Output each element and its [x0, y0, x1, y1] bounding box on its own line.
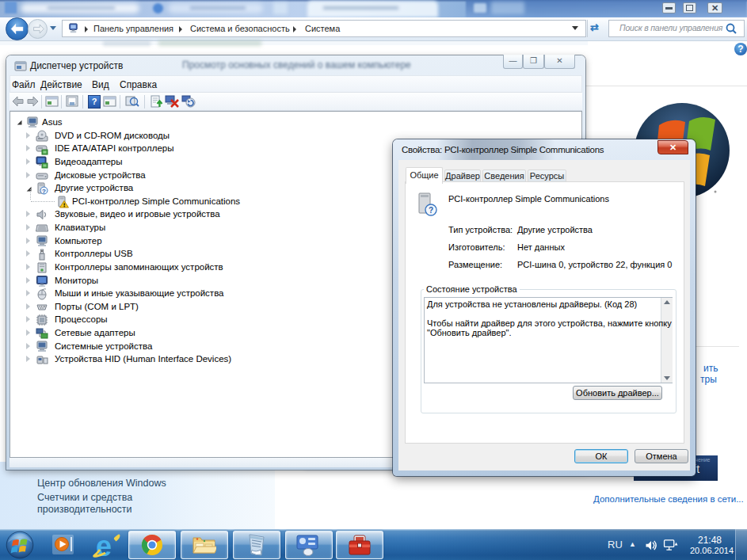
- svg-text:?: ?: [429, 206, 433, 215]
- svg-text:?: ?: [42, 188, 46, 195]
